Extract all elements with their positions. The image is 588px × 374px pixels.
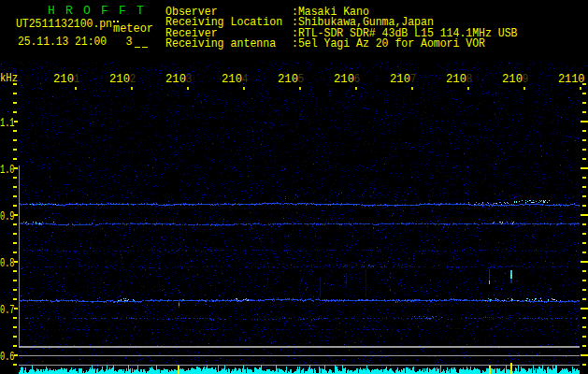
svg-text:210: 210: [502, 72, 523, 86]
svg-text:1.1: 1.1: [0, 116, 15, 130]
svg-text:1: 1: [74, 72, 80, 86]
svg-text:5: 5: [298, 72, 305, 86]
svg-text::5el Yagi Az 20 for Aomori VOR: :5el Yagi Az 20 for Aomori VOR: [292, 36, 485, 50]
svg-text:Receiving antenna: Receiving antenna: [165, 36, 276, 50]
svg-text:R: R: [65, 4, 73, 18]
svg-text:3: 3: [126, 35, 133, 49]
svg-text:0.7: 0.7: [0, 303, 15, 317]
svg-text:F: F: [119, 4, 126, 18]
svg-text:210: 210: [334, 72, 354, 86]
svg-text:kHz: kHz: [0, 71, 18, 85]
svg-text:0.9: 0.9: [0, 209, 15, 223]
svg-text:210: 210: [53, 72, 74, 86]
svg-text:8: 8: [466, 72, 473, 86]
svg-text:F: F: [101, 4, 108, 18]
svg-text:210: 210: [278, 72, 298, 86]
svg-text:meteor: meteor: [113, 22, 153, 36]
svg-text:25.11.13 21:00: 25.11.13 21:00: [18, 35, 107, 49]
svg-text:T: T: [136, 4, 144, 18]
svg-text:210: 210: [390, 72, 410, 86]
svg-text:2: 2: [130, 72, 136, 86]
svg-text:210: 210: [165, 72, 186, 86]
svg-text:210: 210: [446, 72, 466, 86]
svg-text:UT2511132100.pn: UT2511132100.pn: [16, 17, 112, 31]
svg-text:0.6: 0.6: [0, 350, 15, 364]
svg-text:9: 9: [523, 72, 529, 86]
svg-text:7: 7: [410, 72, 417, 86]
svg-text:2110: 2110: [558, 72, 585, 86]
svg-text:0.8: 0.8: [0, 256, 15, 270]
svg-text:210: 210: [222, 72, 242, 86]
svg-text:1.0: 1.0: [0, 163, 15, 177]
svg-text:H: H: [48, 4, 55, 18]
svg-text:210: 210: [109, 72, 130, 86]
svg-text:O: O: [83, 4, 91, 18]
svg-text:3: 3: [186, 72, 193, 86]
svg-text:6: 6: [354, 72, 361, 86]
svg-text:4: 4: [242, 72, 249, 86]
